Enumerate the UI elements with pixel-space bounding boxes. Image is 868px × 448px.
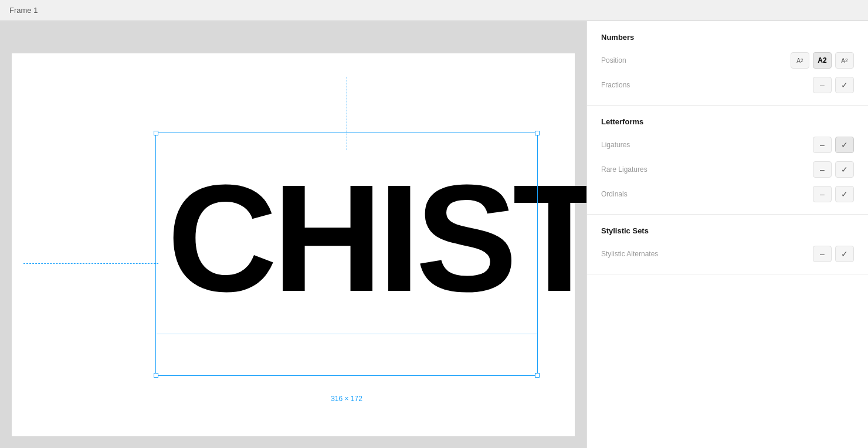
frame-title: Frame 1: [9, 6, 38, 15]
ligatures-check-btn[interactable]: ✓: [835, 137, 854, 153]
ligatures-dash-btn[interactable]: –: [813, 137, 832, 153]
horizontal-guide-line: [23, 263, 158, 264]
ligatures-label: Ligatures: [601, 141, 813, 149]
canvas-area[interactable]: CHISTAR 316 × 172: [0, 21, 586, 448]
rare-ligatures-row: Rare Ligatures – ✓: [601, 161, 854, 178]
section-letterforms: Letterforms Ligatures – ✓ Rare Ligatures…: [587, 106, 868, 215]
stylistic-alternates-controls: – ✓: [813, 246, 854, 262]
section-letterforms-title: Letterforms: [601, 117, 854, 126]
position-subscript-btn[interactable]: A2: [791, 52, 809, 69]
dimension-label: 316 × 172: [155, 395, 538, 403]
fractions-controls: – ✓: [813, 77, 854, 93]
ligatures-controls: – ✓: [813, 137, 854, 153]
handle-bottom-right[interactable]: [535, 373, 540, 378]
title-bar: Frame 1: [0, 0, 868, 21]
canvas-frame: CHISTAR 316 × 172: [12, 53, 575, 436]
section-stylistic-sets-title: Stylistic Sets: [601, 226, 854, 235]
position-label: Position: [601, 56, 791, 65]
stylistic-alternates-row: Stylistic Alternates – ✓: [601, 246, 854, 262]
fractions-label: Fractions: [601, 81, 813, 89]
selection-box[interactable]: [155, 133, 538, 376]
rare-ligatures-controls: – ✓: [813, 161, 854, 178]
handle-top-right[interactable]: [535, 131, 540, 135]
ordinals-label: Ordinals: [601, 190, 813, 198]
ordinals-check-btn[interactable]: ✓: [835, 186, 854, 202]
ordinals-dash-btn[interactable]: –: [813, 186, 832, 202]
position-superscript-btn[interactable]: A2: [835, 52, 854, 69]
rare-ligatures-dash-btn[interactable]: –: [813, 161, 832, 178]
section-numbers: Numbers Position A2 A2 A2 Fractions – ✓: [587, 21, 868, 106]
rare-ligatures-check-btn[interactable]: ✓: [835, 161, 854, 178]
position-normal-btn[interactable]: A2: [813, 52, 832, 69]
stylistic-alternates-label: Stylistic Alternates: [601, 250, 813, 258]
section-numbers-title: Numbers: [601, 33, 854, 42]
section-stylistic-sets: Stylistic Sets Stylistic Alternates – ✓: [587, 215, 868, 274]
ordinals-controls: – ✓: [813, 186, 854, 202]
fractions-check-btn[interactable]: ✓: [835, 77, 854, 93]
right-panel: Numbers Position A2 A2 A2 Fractions – ✓: [586, 21, 868, 448]
position-row: Position A2 A2 A2: [601, 52, 854, 69]
fractions-dash-btn[interactable]: –: [813, 77, 832, 93]
rare-ligatures-label: Rare Ligatures: [601, 165, 813, 174]
ordinals-row: Ordinals – ✓: [601, 186, 854, 202]
position-controls: A2 A2 A2: [791, 52, 854, 69]
stylistic-alternates-dash-btn[interactable]: –: [813, 246, 832, 262]
main-layout: CHISTAR 316 × 172 Numbers Position A2: [0, 21, 868, 448]
ligatures-row: Ligatures – ✓: [601, 137, 854, 153]
stylistic-alternates-check-btn[interactable]: ✓: [835, 246, 854, 262]
fractions-row: Fractions – ✓: [601, 77, 854, 93]
handle-bottom-left[interactable]: [154, 373, 158, 378]
handle-top-left[interactable]: [154, 131, 158, 135]
